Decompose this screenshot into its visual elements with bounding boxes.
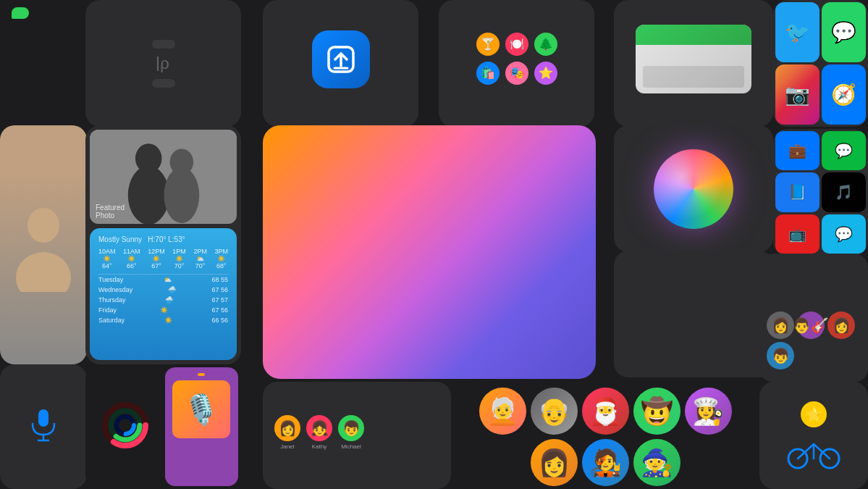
messages-bubble2 [152, 79, 175, 88]
weather-hourly: 10AM☀️64° 11AM☀️66° 12PM☀️67° 1PM☀️70° 2… [98, 248, 228, 269]
photo-tile [0, 125, 87, 364]
person-photo [0, 125, 87, 364]
memoji-7: 🧑‍🎤 [582, 439, 629, 486]
siri-orb [654, 149, 733, 229]
memoji-8: 🧙 [633, 439, 681, 486]
carkeys-card [636, 25, 751, 93]
svg-point-2 [16, 252, 71, 292]
svg-point-5 [128, 166, 169, 224]
memoji-5: 👩‍🍳 [685, 388, 732, 435]
youtube-icon: 📺 [775, 214, 819, 254]
memoji-3: 🎅 [582, 388, 629, 435]
safari-icon: 🧭 [822, 64, 866, 125]
siri-tile [614, 125, 773, 252]
podcast-badge [198, 373, 205, 376]
svg-rect-8 [38, 409, 49, 427]
translate-tile [0, 0, 87, 127]
pinned-title [274, 393, 439, 406]
featured-photo: FeaturedPhoto [90, 130, 237, 224]
translate-bubble [12, 7, 29, 19]
fitness-rings [88, 367, 162, 486]
groupphoto-tile: 👩 👨‍🎸 👩 👦 [759, 254, 868, 383]
podcast-tile: 🎙️ [165, 367, 239, 486]
tiktok-icon: 🎵 [822, 172, 866, 212]
featured-tile: FeaturedPhoto Mostly Sunny H:70° L:53° 1… [85, 125, 241, 364]
wechat-icon: 💬 [822, 131, 866, 170]
groupphoto-avatars: 👩 👨‍🎸 👩 👦 [767, 312, 861, 369]
carkeys-tile [614, 0, 773, 127]
appclips-icon [312, 30, 370, 88]
fitness-tile: 🎙️ [85, 364, 241, 489]
weather-widget: Mostly Sunny H:70° L:53° 10AM☀️64° 11AM☀… [90, 228, 237, 360]
appclips-tile [263, 0, 418, 127]
memoji-2: 👴 [531, 388, 578, 435]
dictation-icon [29, 406, 58, 442]
facebook-icon: 📘 [775, 172, 819, 212]
skype-icon: 💬 [822, 214, 866, 254]
star-icon: ⭐ [801, 401, 827, 427]
twitter-icon: 🐦 [775, 2, 819, 62]
linkedin-icon: 💼 [775, 131, 819, 170]
memoji-1: 🧑‍🦳 [479, 388, 526, 435]
shortcuts-tile: ⭐ [759, 382, 868, 489]
compact-siri-tile [614, 251, 773, 377]
social-tile: 🐦 💬 📷 🧭 [773, 0, 868, 127]
memoji-4: 🤠 [633, 388, 681, 435]
pinned-contacts: 👩 Janet 👧 Kathy 👦 Michael [274, 415, 439, 450]
messages-icon: 💬 [822, 2, 866, 62]
memoji-tile: 🧑‍🦳 👴 🎅 🤠 👩‍🍳 👩 🧑‍🎤 🧙 [453, 382, 757, 489]
dictation-tile [0, 364, 87, 489]
svg-point-1 [28, 208, 59, 243]
svg-point-7 [164, 167, 200, 223]
messages-tile: ρ [85, 0, 241, 127]
ios-tile [263, 125, 596, 379]
memoji-6: 👩 [531, 439, 578, 486]
applibrary-tile: 💼 💬 📘 🎵 📺 💬 [773, 129, 868, 256]
maps-icons: 🍸 🍽️ 🌲 🛍️ 🎭 ⭐ [473, 33, 560, 85]
weather-desc: Mostly Sunny H:70° L:53° [98, 235, 228, 243]
pinned-tile: 👩 Janet 👧 Kathy 👦 Michael [263, 382, 451, 489]
podcast-art: 🎙️ [172, 380, 230, 438]
messages-bubble1 [152, 40, 175, 49]
featured-label: FeaturedPhoto [96, 204, 125, 220]
instagram-icon: 📷 [775, 64, 819, 125]
maps-tile: 🍸 🍽️ 🌲 🛍️ 🎭 ⭐ [439, 0, 594, 127]
bicycle-icon [785, 433, 843, 469]
